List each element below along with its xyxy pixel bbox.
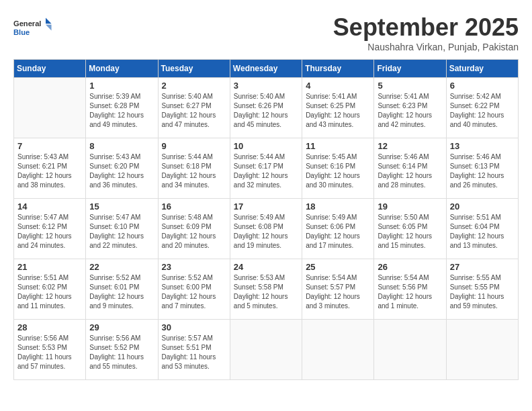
day-number: 3 <box>234 81 298 91</box>
day-info: Sunrise: 5:41 AM Sunset: 6:25 PM Dayligh… <box>306 92 370 130</box>
day-info: Sunrise: 5:44 AM Sunset: 6:17 PM Dayligh… <box>234 152 298 190</box>
calendar-week-row: 14Sunrise: 5:47 AM Sunset: 6:12 PM Dayli… <box>14 199 519 259</box>
calendar-week-row: 7Sunrise: 5:43 AM Sunset: 6:21 PM Daylig… <box>14 138 519 199</box>
day-info: Sunrise: 5:49 AM Sunset: 6:06 PM Dayligh… <box>306 213 370 250</box>
weekday-header-cell: Saturday <box>446 60 518 78</box>
calendar-day-cell: 6Sunrise: 5:42 AM Sunset: 6:22 PM Daylig… <box>446 78 518 138</box>
calendar-day-cell: 23Sunrise: 5:52 AM Sunset: 6:00 PM Dayli… <box>158 259 230 320</box>
day-info: Sunrise: 5:47 AM Sunset: 6:10 PM Dayligh… <box>89 213 154 250</box>
day-number: 29 <box>89 322 154 332</box>
calendar-week-row: 21Sunrise: 5:51 AM Sunset: 6:02 PM Dayli… <box>14 259 519 320</box>
calendar-day-cell <box>302 320 374 380</box>
calendar-day-cell: 16Sunrise: 5:48 AM Sunset: 6:09 PM Dayli… <box>158 199 230 259</box>
calendar-day-cell: 9Sunrise: 5:44 AM Sunset: 6:18 PM Daylig… <box>158 138 230 199</box>
calendar-day-cell: 15Sunrise: 5:47 AM Sunset: 6:10 PM Dayli… <box>86 199 158 259</box>
svg-text:General: General <box>13 19 41 28</box>
day-info: Sunrise: 5:46 AM Sunset: 6:14 PM Dayligh… <box>378 152 442 190</box>
calendar-day-cell: 17Sunrise: 5:49 AM Sunset: 6:08 PM Dayli… <box>230 199 302 259</box>
calendar-day-cell: 1Sunrise: 5:39 AM Sunset: 6:28 PM Daylig… <box>86 78 158 138</box>
calendar-day-cell: 2Sunrise: 5:40 AM Sunset: 6:27 PM Daylig… <box>158 78 230 138</box>
weekday-header-cell: Wednesday <box>230 60 302 78</box>
weekday-header-cell: Tuesday <box>158 60 230 78</box>
day-info: Sunrise: 5:40 AM Sunset: 6:27 PM Dayligh… <box>162 92 226 130</box>
calendar-day-cell: 20Sunrise: 5:51 AM Sunset: 6:04 PM Dayli… <box>446 199 518 259</box>
calendar-day-cell: 22Sunrise: 5:52 AM Sunset: 6:01 PM Dayli… <box>86 259 158 320</box>
day-number: 14 <box>17 201 82 212</box>
day-number: 19 <box>378 201 442 212</box>
day-info: Sunrise: 5:50 AM Sunset: 6:05 PM Dayligh… <box>378 213 442 250</box>
day-number: 22 <box>89 262 154 272</box>
day-number: 27 <box>450 262 515 272</box>
calendar-day-cell: 26Sunrise: 5:54 AM Sunset: 5:56 PM Dayli… <box>374 259 446 320</box>
calendar-day-cell <box>446 320 518 380</box>
day-number: 6 <box>450 81 515 91</box>
day-number: 24 <box>234 262 298 272</box>
day-number: 9 <box>162 141 226 151</box>
day-number: 11 <box>306 141 370 151</box>
calendar-day-cell <box>14 78 86 138</box>
day-info: Sunrise: 5:44 AM Sunset: 6:18 PM Dayligh… <box>162 152 226 190</box>
logo-svg: General Blue <box>13 13 54 43</box>
day-info: Sunrise: 5:51 AM Sunset: 6:02 PM Dayligh… <box>17 273 82 311</box>
weekday-header-cell: Friday <box>374 60 446 78</box>
day-info: Sunrise: 5:39 AM Sunset: 6:28 PM Dayligh… <box>89 92 154 130</box>
day-number: 12 <box>378 141 442 151</box>
calendar-day-cell: 18Sunrise: 5:49 AM Sunset: 6:06 PM Dayli… <box>302 199 374 259</box>
calendar-day-cell: 5Sunrise: 5:41 AM Sunset: 6:23 PM Daylig… <box>374 78 446 138</box>
day-number: 13 <box>450 141 515 151</box>
day-number: 16 <box>162 201 226 212</box>
day-number: 10 <box>234 141 298 151</box>
logo: General Blue <box>13 13 54 43</box>
day-number: 30 <box>162 322 226 332</box>
calendar-day-cell: 21Sunrise: 5:51 AM Sunset: 6:02 PM Dayli… <box>14 259 86 320</box>
day-info: Sunrise: 5:42 AM Sunset: 6:22 PM Dayligh… <box>450 92 515 130</box>
day-number: 8 <box>89 141 154 151</box>
day-info: Sunrise: 5:41 AM Sunset: 6:23 PM Dayligh… <box>378 92 442 130</box>
day-number: 15 <box>89 201 154 212</box>
calendar-day-cell <box>230 320 302 380</box>
day-info: Sunrise: 5:46 AM Sunset: 6:13 PM Dayligh… <box>450 152 515 190</box>
day-info: Sunrise: 5:48 AM Sunset: 6:09 PM Dayligh… <box>162 213 226 250</box>
day-info: Sunrise: 5:43 AM Sunset: 6:20 PM Dayligh… <box>89 152 154 190</box>
day-info: Sunrise: 5:57 AM Sunset: 5:51 PM Dayligh… <box>162 334 226 371</box>
month-title: September 2025 <box>333 13 519 42</box>
calendar-day-cell: 24Sunrise: 5:53 AM Sunset: 5:58 PM Dayli… <box>230 259 302 320</box>
calendar-day-cell: 12Sunrise: 5:46 AM Sunset: 6:14 PM Dayli… <box>374 138 446 199</box>
day-info: Sunrise: 5:54 AM Sunset: 5:57 PM Dayligh… <box>306 273 370 311</box>
day-number: 26 <box>378 262 442 272</box>
calendar-day-cell: 30Sunrise: 5:57 AM Sunset: 5:51 PM Dayli… <box>158 320 230 380</box>
day-number: 18 <box>306 201 370 212</box>
day-info: Sunrise: 5:54 AM Sunset: 5:56 PM Dayligh… <box>378 273 442 311</box>
calendar-week-row: 1Sunrise: 5:39 AM Sunset: 6:28 PM Daylig… <box>14 78 519 138</box>
day-info: Sunrise: 5:52 AM Sunset: 6:00 PM Dayligh… <box>162 273 226 311</box>
day-info: Sunrise: 5:52 AM Sunset: 6:01 PM Dayligh… <box>89 273 154 311</box>
day-info: Sunrise: 5:55 AM Sunset: 5:55 PM Dayligh… <box>450 273 515 311</box>
calendar-day-cell: 3Sunrise: 5:40 AM Sunset: 6:26 PM Daylig… <box>230 78 302 138</box>
page-header: General Blue September 2025 Naushahra Vi… <box>13 13 519 52</box>
day-number: 2 <box>162 81 226 91</box>
day-info: Sunrise: 5:51 AM Sunset: 6:04 PM Dayligh… <box>450 213 515 250</box>
day-info: Sunrise: 5:40 AM Sunset: 6:26 PM Dayligh… <box>234 92 298 130</box>
calendar-day-cell: 19Sunrise: 5:50 AM Sunset: 6:05 PM Dayli… <box>374 199 446 259</box>
calendar-day-cell: 28Sunrise: 5:56 AM Sunset: 5:53 PM Dayli… <box>14 320 86 380</box>
day-number: 17 <box>234 201 298 212</box>
calendar-week-row: 28Sunrise: 5:56 AM Sunset: 5:53 PM Dayli… <box>14 320 519 380</box>
day-number: 5 <box>378 81 442 91</box>
day-number: 7 <box>17 141 82 151</box>
day-info: Sunrise: 5:53 AM Sunset: 5:58 PM Dayligh… <box>234 273 298 311</box>
calendar-day-cell: 7Sunrise: 5:43 AM Sunset: 6:21 PM Daylig… <box>14 138 86 199</box>
svg-marker-2 <box>46 18 52 24</box>
weekday-header-cell: Sunday <box>14 60 86 78</box>
calendar-day-cell: 13Sunrise: 5:46 AM Sunset: 6:13 PM Dayli… <box>446 138 518 199</box>
calendar-day-cell: 29Sunrise: 5:56 AM Sunset: 5:52 PM Dayli… <box>86 320 158 380</box>
day-number: 28 <box>17 322 82 332</box>
day-info: Sunrise: 5:45 AM Sunset: 6:16 PM Dayligh… <box>306 152 370 190</box>
calendar-day-cell: 25Sunrise: 5:54 AM Sunset: 5:57 PM Dayli… <box>302 259 374 320</box>
day-number: 1 <box>89 81 154 91</box>
calendar-day-cell: 10Sunrise: 5:44 AM Sunset: 6:17 PM Dayli… <box>230 138 302 199</box>
location-subtitle: Naushahra Virkan, Punjab, Pakistan <box>333 42 519 52</box>
day-info: Sunrise: 5:49 AM Sunset: 6:08 PM Dayligh… <box>234 213 298 250</box>
day-info: Sunrise: 5:56 AM Sunset: 5:52 PM Dayligh… <box>89 334 154 371</box>
day-number: 4 <box>306 81 370 91</box>
calendar-day-cell: 14Sunrise: 5:47 AM Sunset: 6:12 PM Dayli… <box>14 199 86 259</box>
